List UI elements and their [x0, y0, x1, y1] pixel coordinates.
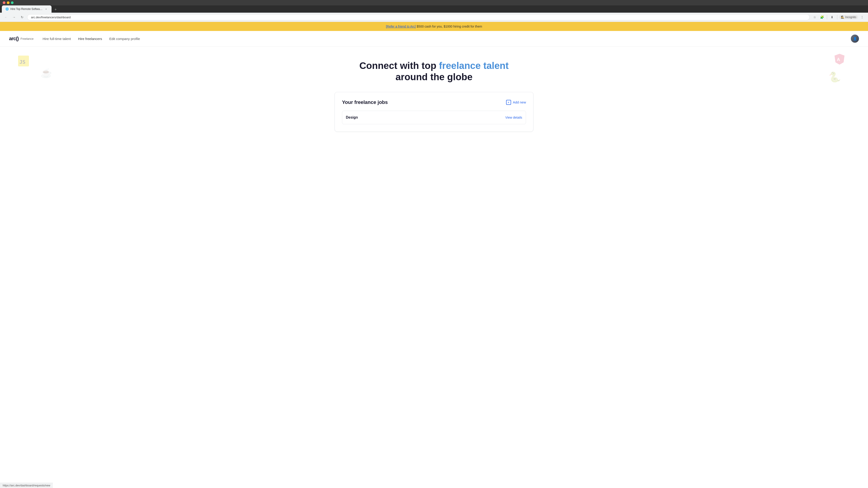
reload-btn[interactable]: ↻ [19, 14, 25, 20]
user-avatar[interactable]: 👤 [851, 35, 859, 43]
add-new-btn[interactable]: + Add new [506, 100, 526, 105]
site-logo-subtitle: Freelance [21, 37, 34, 40]
announcement-banner: [Refer a friend to Arc] $500 cash for yo… [0, 22, 868, 31]
tab-close-btn[interactable]: × [44, 7, 48, 11]
browser-chrome: 🌐 Hire Top Remote Software Dev... × + ← … [0, 0, 868, 22]
nav-actions: ☆ 🧩 ⬇ 🕵️ Incognito ⋮ [811, 14, 865, 20]
browser-tab-active[interactable]: 🌐 Hire Top Remote Software Dev... × [2, 5, 52, 13]
address-text: arc.dev/freelancers/dashboard [31, 15, 71, 19]
nav-hire-freelancers[interactable]: Hire freelancers [78, 37, 102, 41]
python-icon: 🐍 [829, 71, 841, 83]
jobs-header: Your freelance jobs + Add new [342, 99, 526, 105]
window-close-btn[interactable] [3, 1, 5, 4]
svg-text:A: A [837, 57, 840, 62]
browser-titlebar [0, 0, 868, 5]
incognito-label: Incognito [845, 15, 856, 19]
new-tab-btn[interactable]: + [53, 6, 59, 13]
jobs-section: Your freelance jobs + Add new Design Vie… [330, 92, 538, 145]
nav-separator [827, 15, 827, 20]
js-icon: JS [18, 56, 29, 68]
browser-navbar: ← → ↻ arc.dev/freelancers/dashboard ☆ 🧩 … [0, 13, 868, 22]
more-options-btn[interactable]: ⋮ [859, 14, 865, 20]
tab-favicon: 🌐 [5, 7, 8, 11]
svg-text:JS: JS [20, 59, 26, 65]
site-logo[interactable]: arc() [9, 36, 19, 41]
hero-title-highlight: freelance talent [439, 60, 508, 71]
page-content: [Refer a friend to Arc] $500 cash for yo… [0, 22, 868, 488]
site-nav: Hire full-time talent Hire freelancers E… [43, 37, 851, 41]
tab-title: Hire Top Remote Software Dev... [10, 7, 42, 11]
announcement-text: $500 cash for you, $1000 hiring credit f… [416, 25, 482, 28]
jobs-card: Your freelance jobs + Add new Design Vie… [335, 92, 533, 132]
bookmark-btn[interactable]: ☆ [811, 14, 818, 20]
window-maximize-btn[interactable] [11, 1, 13, 4]
job-name: Design [346, 116, 358, 120]
java-icon: ☕ [41, 68, 52, 78]
nav-edit-company[interactable]: Edit company profile [109, 37, 140, 41]
hero-title: Connect with top freelance talent around… [9, 60, 859, 83]
hero-title-part1: Connect with top [360, 60, 439, 71]
download-btn[interactable]: ⬇ [829, 14, 835, 20]
jobs-title: Your freelance jobs [342, 99, 388, 105]
forward-btn[interactable]: → [11, 14, 17, 20]
job-row: Design View details [342, 111, 526, 124]
window-controls [3, 1, 13, 4]
status-bar: https://arc.dev/dashboard/requests/new [0, 483, 53, 488]
add-new-label: Add new [513, 100, 526, 104]
refer-friend-link[interactable]: [Refer a friend to Arc] [386, 25, 416, 28]
hero-title-part2: around the globe [396, 72, 473, 82]
incognito-badge: 🕵️ Incognito [839, 15, 858, 19]
nav-separator-2 [837, 15, 837, 20]
tabs-bar: 🌐 Hire Top Remote Software Dev... × + [0, 5, 868, 13]
incognito-icon: 🕵️ [841, 15, 844, 19]
address-bar[interactable]: arc.dev/freelancers/dashboard [27, 14, 810, 20]
avatar-icon: 👤 [853, 37, 857, 40]
view-details-link[interactable]: View details [505, 116, 522, 119]
status-url: https://arc.dev/dashboard/requests/new [3, 484, 50, 487]
window-minimize-btn[interactable] [7, 1, 9, 4]
site-header: arc() Freelance Hire full-time talent Hi… [0, 31, 868, 46]
add-new-icon: + [506, 100, 511, 105]
nav-hire-fulltime[interactable]: Hire full-time talent [43, 37, 71, 41]
back-btn[interactable]: ← [3, 14, 9, 20]
angular-icon: A [834, 53, 845, 68]
logo-area: arc() Freelance [9, 36, 34, 41]
extensions-btn[interactable]: 🧩 [819, 14, 825, 20]
hero-section: JS A ☕ 🐍 Connect with top freelance tale… [0, 46, 868, 92]
